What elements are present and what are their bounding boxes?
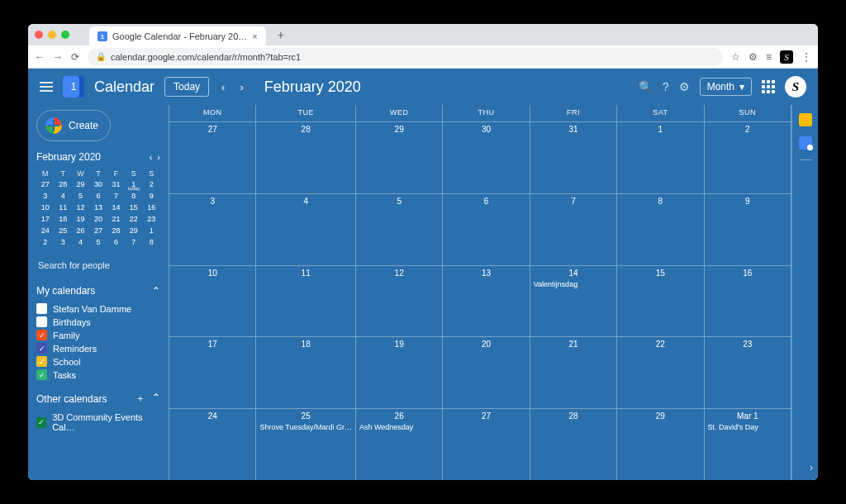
window-close-icon[interactable] xyxy=(35,31,43,39)
day-cell[interactable]: 12 xyxy=(356,265,443,337)
event[interactable]: Shrove Tuesday/Mardi Gr… xyxy=(259,423,352,431)
day-cell[interactable]: 24 xyxy=(169,408,256,480)
extension-s-icon[interactable]: S xyxy=(780,50,793,64)
day-cell[interactable]: 20 xyxy=(443,336,530,408)
mini-day[interactable]: 6 xyxy=(89,191,107,201)
calendar-checkbox[interactable] xyxy=(36,369,47,380)
day-cell[interactable]: 4 xyxy=(256,193,356,265)
day-cell[interactable]: 10 xyxy=(169,265,256,337)
mini-day[interactable]: 7 xyxy=(125,237,142,247)
day-cell[interactable]: 31 xyxy=(530,121,617,193)
mini-day[interactable]: 16 xyxy=(143,202,160,212)
mini-day[interactable]: 2 xyxy=(36,237,54,247)
mini-day[interactable]: 25 xyxy=(54,226,71,235)
mini-day[interactable]: 9 xyxy=(143,191,160,201)
day-cell[interactable]: 11 xyxy=(256,265,356,337)
mini-day[interactable]: 12 xyxy=(72,202,89,212)
day-cell[interactable]: 13 xyxy=(443,265,530,337)
collapse-icon[interactable]: ⌃ xyxy=(152,392,160,406)
mini-calendar[interactable]: MTWTFSS272829303112345678910111213141516… xyxy=(36,169,160,247)
mini-day[interactable]: 6 xyxy=(107,237,125,247)
mini-day[interactable]: 3 xyxy=(36,191,54,201)
calendar-item[interactable]: Reminders xyxy=(36,343,160,354)
day-cell[interactable]: 9 xyxy=(705,193,791,265)
search-icon[interactable]: 🔍 xyxy=(639,80,653,93)
mini-day[interactable]: 1 xyxy=(143,226,160,235)
mini-day[interactable]: 3 xyxy=(54,237,71,247)
mini-day[interactable]: 18 xyxy=(54,214,71,224)
mini-day[interactable]: 29 xyxy=(72,179,89,189)
mini-day[interactable]: 11 xyxy=(54,202,71,212)
collapse-icon[interactable]: ⌃ xyxy=(152,285,160,297)
event[interactable]: St. David's Day xyxy=(708,423,787,431)
event[interactable]: Ash Wednesday xyxy=(359,423,439,431)
back-button[interactable]: ← xyxy=(35,51,45,63)
mini-day[interactable]: 20 xyxy=(89,214,107,224)
chrome-menu-icon[interactable]: ⋮ xyxy=(801,51,811,63)
calendar-checkbox[interactable] xyxy=(36,330,47,340)
account-avatar[interactable]: S xyxy=(785,76,806,97)
mini-day[interactable]: 8 xyxy=(125,191,142,201)
calendar-item[interactable]: Birthdays xyxy=(36,316,160,327)
day-cell[interactable]: 1 xyxy=(617,121,704,193)
star-icon[interactable]: ☆ xyxy=(731,51,740,63)
extensions-icon[interactable]: ⚙ xyxy=(749,51,758,63)
day-cell[interactable]: 8 xyxy=(617,193,704,265)
day-cell[interactable]: 18 xyxy=(256,336,356,408)
mini-day[interactable]: 27 xyxy=(36,179,54,189)
browser-tab[interactable]: 1 Google Calendar - February 20… × xyxy=(89,26,266,46)
mini-day[interactable]: 27 xyxy=(89,226,107,235)
search-people-input[interactable]: Search for people xyxy=(36,257,160,273)
event[interactable]: Valentijnsdag xyxy=(534,280,613,288)
mini-day[interactable]: 4 xyxy=(72,237,89,247)
next-month-button[interactable]: › xyxy=(237,81,245,93)
day-cell[interactable]: 29 xyxy=(617,408,704,480)
tasks-icon[interactable] xyxy=(799,136,812,150)
mini-day[interactable]: 4 xyxy=(54,191,71,201)
calendar-checkbox[interactable] xyxy=(36,316,47,327)
day-cell[interactable]: 29 xyxy=(356,121,443,193)
day-cell[interactable]: 26Ash Wednesday xyxy=(356,408,443,480)
calendar-item[interactable]: Tasks xyxy=(36,369,160,380)
main-menu-button[interactable] xyxy=(40,82,53,92)
equalizer-icon[interactable]: ≡ xyxy=(766,51,772,63)
mini-day[interactable]: 17 xyxy=(36,214,54,224)
day-cell[interactable]: 28 xyxy=(256,121,356,193)
mini-day[interactable]: 1 xyxy=(125,179,142,189)
mini-day[interactable]: 19 xyxy=(72,214,89,224)
mini-day[interactable]: 28 xyxy=(107,226,125,235)
mini-day[interactable]: 22 xyxy=(125,214,142,224)
day-cell[interactable]: 17 xyxy=(169,336,256,408)
window-maximize-icon[interactable] xyxy=(61,31,69,39)
add-calendar-icon[interactable]: ＋ xyxy=(135,392,145,406)
day-cell[interactable]: 27 xyxy=(443,408,530,480)
day-cell[interactable]: 7 xyxy=(530,193,617,265)
my-calendars-header[interactable]: My calendars ⌃ xyxy=(36,285,160,297)
address-bar[interactable]: 🔒 calendar.google.com/calendar/r/month?t… xyxy=(88,48,723,66)
day-cell[interactable]: 2 xyxy=(705,121,791,193)
reload-button[interactable]: ⟳ xyxy=(71,51,79,63)
mini-day[interactable]: 14 xyxy=(107,202,125,212)
google-apps-icon[interactable] xyxy=(762,80,775,93)
day-cell[interactable]: 16 xyxy=(705,265,791,337)
mini-day[interactable]: 2 xyxy=(143,179,160,189)
day-cell[interactable]: 23 xyxy=(705,336,791,408)
side-panel-toggle[interactable]: › xyxy=(810,462,813,473)
mini-day[interactable]: 5 xyxy=(89,237,107,247)
mini-prev-button[interactable]: ‹ xyxy=(150,152,153,162)
mini-day[interactable]: 28 xyxy=(54,179,71,189)
new-tab-button[interactable]: + xyxy=(278,28,284,41)
day-cell[interactable]: 25Shrove Tuesday/Mardi Gr… xyxy=(256,408,356,480)
window-minimize-icon[interactable] xyxy=(48,31,56,39)
mini-day[interactable]: 15 xyxy=(125,202,142,212)
mini-day[interactable]: 7 xyxy=(107,191,125,201)
create-button[interactable]: Create xyxy=(36,110,111,141)
view-selector[interactable]: Month ▾ xyxy=(700,78,752,96)
mini-day[interactable]: 26 xyxy=(72,226,89,235)
calendar-item[interactable]: 3D Community Events Cal… xyxy=(36,412,160,432)
tab-close-icon[interactable]: × xyxy=(252,31,257,41)
day-cell[interactable]: 3 xyxy=(169,193,256,265)
mini-day[interactable]: 24 xyxy=(36,226,54,235)
help-icon[interactable]: ? xyxy=(663,80,669,93)
mini-day[interactable]: 23 xyxy=(143,214,160,224)
